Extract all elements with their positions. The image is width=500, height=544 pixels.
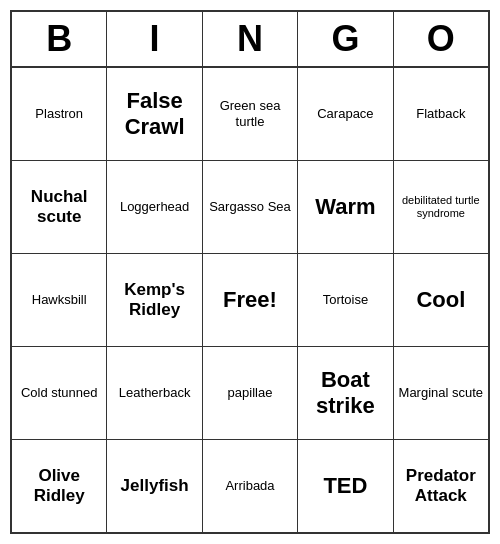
bingo-cell: Leatherback (107, 347, 202, 439)
bingo-cell: Green sea turtle (203, 68, 298, 160)
bingo-cell: False Crawl (107, 68, 202, 160)
bingo-cell: Carapace (298, 68, 393, 160)
bingo-row: Cold stunnedLeatherbackpapillaeBoat stri… (12, 347, 488, 440)
bingo-cell: Free! (203, 254, 298, 346)
bingo-row: Olive RidleyJellyfishArribadaTEDPredator… (12, 440, 488, 532)
bingo-cell: Cool (394, 254, 488, 346)
bingo-cell: Kemp's Ridley (107, 254, 202, 346)
bingo-cell: TED (298, 440, 393, 532)
bingo-card: BINGO PlastronFalse CrawlGreen sea turtl… (10, 10, 490, 534)
bingo-cell: Sargasso Sea (203, 161, 298, 253)
bingo-cell: Cold stunned (12, 347, 107, 439)
bingo-cell: Loggerhead (107, 161, 202, 253)
bingo-cell: Boat strike (298, 347, 393, 439)
bingo-cell: debilitated turtle syndrome (394, 161, 488, 253)
bingo-cell: Predator Attack (394, 440, 488, 532)
bingo-row: Nuchal scuteLoggerheadSargasso SeaWarmde… (12, 161, 488, 254)
bingo-header: BINGO (12, 12, 488, 68)
bingo-cell: Plastron (12, 68, 107, 160)
bingo-grid: PlastronFalse CrawlGreen sea turtleCarap… (12, 68, 488, 532)
bingo-cell: Nuchal scute (12, 161, 107, 253)
bingo-row: HawksbillKemp's RidleyFree!TortoiseCool (12, 254, 488, 347)
bingo-cell: Arribada (203, 440, 298, 532)
bingo-cell: Flatback (394, 68, 488, 160)
bingo-cell: Hawksbill (12, 254, 107, 346)
bingo-cell: Olive Ridley (12, 440, 107, 532)
bingo-row: PlastronFalse CrawlGreen sea turtleCarap… (12, 68, 488, 161)
header-letter: N (203, 12, 298, 66)
header-letter: G (298, 12, 393, 66)
bingo-cell: Marginal scute (394, 347, 488, 439)
header-letter: O (394, 12, 488, 66)
bingo-cell: Warm (298, 161, 393, 253)
header-letter: B (12, 12, 107, 66)
bingo-cell: papillae (203, 347, 298, 439)
header-letter: I (107, 12, 202, 66)
bingo-cell: Jellyfish (107, 440, 202, 532)
bingo-cell: Tortoise (298, 254, 393, 346)
